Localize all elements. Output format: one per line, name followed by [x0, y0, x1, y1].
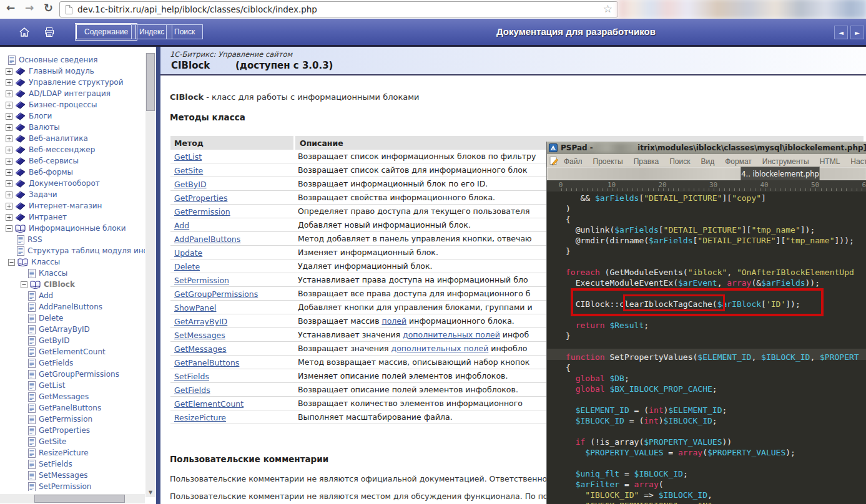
tree-item[interactable]: Веб-формы — [0, 167, 145, 178]
tree-item[interactable]: GetArrayByID — [0, 324, 145, 335]
tree-item-label[interactable]: Интранет — [29, 213, 67, 221]
printer-icon[interactable] — [44, 27, 55, 37]
tree-item-label[interactable]: SetPermission — [39, 482, 91, 491]
tree-item-label[interactable]: CIBlock — [44, 280, 75, 289]
method-link[interactable]: GetArrayByID — [174, 317, 227, 326]
tree-item-label[interactable]: GetProperties — [39, 426, 90, 435]
tree-item[interactable]: GetSite — [0, 436, 145, 447]
tree-item-label[interactable]: GetGroupPermissions — [39, 370, 119, 379]
tree-horizontal-scrollbar[interactable] — [0, 494, 145, 503]
menu-вид[interactable]: Вид — [701, 157, 714, 166]
tree-item-label[interactable]: Веб-мессенджер — [29, 145, 95, 154]
tree-item[interactable]: GetPermission — [0, 414, 145, 425]
pspad-titlebar[interactable]: PSPad - itrix\modules\iblock\classes\mys… — [547, 142, 866, 154]
tree-item-label[interactable]: Главный модуль — [29, 67, 94, 75]
tree-item-label[interactable]: Структура таблиц модуля инф — [27, 246, 145, 255]
tree-item-label[interactable]: Веб-аналитика — [29, 134, 88, 143]
tree-item[interactable]: Основные сведения — [0, 54, 145, 65]
tree-item[interactable]: Валюты — [0, 122, 145, 133]
tree-item-label[interactable]: Основные сведения — [19, 56, 97, 64]
back-icon[interactable]: ← — [6, 1, 15, 14]
tree-item[interactable]: Интранет — [0, 211, 145, 223]
collapse-minus-icon[interactable] — [8, 259, 15, 266]
tree-item-label[interactable]: Add — [39, 291, 53, 300]
expand-plus-icon[interactable] — [6, 79, 12, 86]
expand-plus-icon[interactable] — [6, 135, 12, 142]
method-link[interactable]: GetElementCount — [174, 399, 244, 409]
tree-item-label[interactable]: GetPanelButtons — [39, 404, 101, 412]
tree-item[interactable]: SetMessages — [0, 470, 145, 481]
method-link[interactable]: GetGroupPermissions — [174, 289, 258, 299]
tree-item[interactable]: Интернет-магазин — [0, 200, 145, 211]
menu-инструменты[interactable]: Инструменты — [762, 157, 809, 166]
prev-page-button[interactable]: ◄ — [834, 26, 848, 39]
tree-item-label[interactable]: Классы — [39, 269, 67, 278]
tree-item-label[interactable]: ResizePicture — [39, 448, 89, 457]
tree-item[interactable]: GetMessages — [0, 391, 145, 402]
tree-item[interactable]: ResizePicture — [0, 447, 145, 458]
tree-item-label[interactable]: Блоги — [29, 112, 52, 120]
tree-item-label[interactable]: GetByID — [39, 336, 70, 345]
tree-item-label[interactable]: GetElementCount — [39, 347, 106, 356]
method-link[interactable]: Add — [174, 221, 189, 230]
tree-item[interactable]: GetGroupPermissions — [0, 369, 145, 380]
menu-проекты[interactable]: Проекты — [593, 157, 623, 166]
expand-plus-icon[interactable] — [6, 147, 12, 153]
tree-item[interactable]: Классы — [0, 268, 145, 279]
scrollbar-thumb[interactable] — [146, 53, 155, 111]
tree-item-label[interactable]: Веб-сервисы — [29, 157, 79, 165]
tree-item-label[interactable]: GetSite — [39, 437, 66, 446]
expand-plus-icon[interactable] — [6, 90, 12, 97]
tree-item[interactable]: GetList — [0, 380, 145, 391]
scroll-down-icon[interactable]: ▼ — [145, 488, 155, 497]
method-link[interactable]: GetMessages — [174, 344, 227, 354]
method-link[interactable]: Delete — [174, 262, 200, 271]
tree-vertical-scrollbar[interactable]: ▼ — [145, 53, 155, 497]
inline-link[interactable]: дополнительных полей — [391, 344, 489, 353]
method-link[interactable]: GetFields — [174, 385, 210, 395]
menu-файл[interactable]: Файл — [564, 157, 583, 166]
method-link[interactable]: GetPermission — [174, 207, 230, 216]
tree-item[interactable]: GetFields — [0, 357, 145, 369]
method-link[interactable]: GetList — [174, 152, 202, 162]
expand-plus-icon[interactable] — [6, 191, 12, 198]
tree-item[interactable]: RSS — [0, 234, 145, 245]
expand-plus-icon[interactable] — [6, 102, 12, 109]
tree-item[interactable]: Delete — [0, 313, 145, 324]
tree-item-label[interactable]: GetFields — [39, 359, 73, 367]
editor-tab[interactable]: 4.. iblockelement.php — [741, 167, 820, 180]
tree-item-label[interactable]: Валюты — [29, 123, 60, 132]
tree-item[interactable]: GetPanelButtons — [0, 402, 145, 414]
expand-plus-icon[interactable] — [6, 68, 12, 75]
tree-item-label[interactable]: Интернет-магазин — [29, 201, 102, 210]
tree-item[interactable]: AD/LDAP интеграция — [0, 88, 145, 99]
expand-plus-icon[interactable] — [6, 113, 12, 120]
menu-поиск[interactable]: Поиск — [669, 157, 690, 166]
tree-item-label[interactable]: AD/LDAP интеграция — [29, 89, 111, 98]
method-link[interactable]: AddPanelButtons — [174, 235, 240, 244]
method-link[interactable]: ResizePicture — [174, 413, 226, 422]
tree-item[interactable]: Веб-аналитика — [0, 133, 145, 144]
tree-item-label[interactable]: Информационные блоки — [29, 224, 126, 233]
forward-icon[interactable]: → — [25, 1, 34, 14]
tree-item-label[interactable]: Управление структурой — [29, 78, 124, 87]
tree-item-label[interactable]: SetFields — [39, 460, 72, 468]
method-link[interactable]: GetProperties — [174, 193, 227, 203]
collapse-minus-icon[interactable] — [21, 281, 27, 288]
tree-item[interactable]: Структура таблиц модуля инф — [0, 245, 145, 256]
tree-item[interactable]: GetElementCount — [0, 346, 145, 357]
method-link[interactable]: GetPanelButtons — [174, 358, 239, 367]
method-link[interactable]: Update — [174, 248, 202, 258]
inline-link[interactable]: дополнительных полей — [403, 330, 500, 339]
tree-item-label[interactable]: Документооборот — [29, 179, 100, 188]
expand-plus-icon[interactable] — [6, 169, 12, 176]
menu-html[interactable]: HTML — [820, 157, 840, 166]
tree-item[interactable]: Информационные блоки — [0, 223, 145, 234]
method-link[interactable]: GetByID — [174, 180, 207, 189]
home-icon[interactable] — [19, 27, 30, 37]
tree-item-label[interactable]: SetMessages — [39, 471, 88, 480]
tree-item-label[interactable]: GetList — [39, 381, 65, 390]
method-link[interactable]: SetMessages — [174, 331, 225, 340]
reload-icon[interactable]: ↻ — [44, 1, 53, 14]
tree-item[interactable]: Главный модуль — [0, 65, 145, 77]
